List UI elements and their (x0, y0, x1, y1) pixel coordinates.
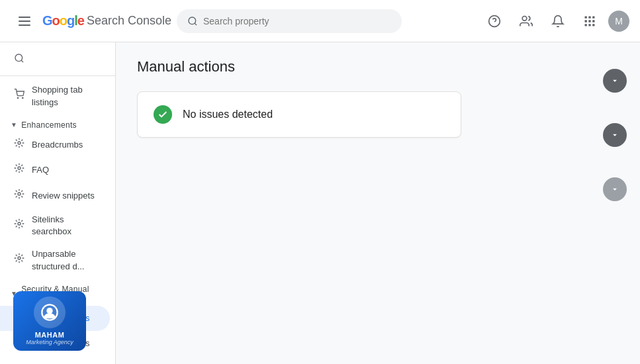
watermark-company: MAHAM (35, 331, 65, 339)
svg-point-17 (23, 98, 23, 99)
scroll-down-button-1[interactable] (603, 69, 627, 93)
sitelinks-label: Sitelinks searchbox (32, 214, 99, 238)
sidebar-item-shopping-tab[interactable]: Shopping tab listings (0, 79, 110, 113)
sidebar-item-sitelinks-searchbox[interactable]: Sitelinks searchbox (0, 208, 110, 243)
svg-rect-9 (588, 20, 590, 22)
shopping-tab-label: Shopping tab listings (32, 84, 99, 108)
svg-point-16 (17, 98, 18, 99)
help-icon (488, 15, 501, 28)
svg-point-18 (18, 142, 21, 144)
svg-line-1 (195, 23, 197, 25)
svg-rect-6 (588, 16, 590, 18)
watermark-overlay: MAHAM Marketing Agency (13, 291, 86, 351)
hamburger-button[interactable] (11, 8, 37, 34)
svg-rect-12 (588, 24, 590, 26)
svg-point-21 (18, 222, 21, 225)
sitelinks-icon (13, 218, 25, 233)
svg-point-14 (15, 54, 23, 62)
svg-rect-5 (585, 16, 587, 18)
people-button[interactable] (513, 8, 539, 34)
unparsable-label: Unparsable structured d... (32, 248, 99, 272)
review-snippets-icon (13, 189, 25, 203)
check-circle-icon (154, 105, 172, 124)
svg-point-0 (189, 17, 196, 24)
faq-label: FAQ (32, 164, 99, 176)
app-title: Search Console (87, 14, 171, 28)
search-input[interactable] (203, 16, 391, 26)
main-layout: Shopping tab listings ▼ Enhancements Bre… (0, 42, 640, 364)
svg-rect-8 (585, 20, 587, 22)
scroll-down-button-2[interactable] (603, 123, 627, 147)
unparsable-icon (13, 253, 25, 267)
avatar[interactable]: M (608, 11, 629, 32)
help-button[interactable] (481, 8, 508, 34)
scroll-buttons (603, 69, 627, 201)
enhancements-section-header[interactable]: ▼ Enhancements (0, 114, 115, 132)
breadcrumbs-icon (13, 138, 25, 152)
page-title: Manual actions (137, 58, 619, 75)
header: Google Search Console (0, 0, 640, 42)
svg-point-19 (18, 167, 21, 169)
shopping-icon (13, 89, 25, 103)
review-snippets-label: Review snippets (32, 190, 99, 202)
svg-line-15 (21, 60, 23, 62)
no-issues-card: No issues detected (137, 91, 461, 138)
enhancements-collapse-icon: ▼ (11, 121, 17, 128)
watermark-tagline: Marketing Agency (26, 339, 73, 345)
scroll-down-button-3[interactable] (603, 177, 627, 201)
people-icon (520, 15, 533, 28)
search-console-icon (13, 53, 25, 68)
breadcrumbs-label: Breadcrumbs (32, 139, 99, 151)
hamburger-icon (16, 13, 32, 29)
svg-point-27 (46, 308, 52, 314)
sidebar-item-links[interactable]: Links (0, 359, 110, 364)
faq-icon (13, 163, 25, 177)
sidebar-item-unparsable[interactable]: Unparsable structured d... (0, 243, 110, 277)
watermark-logo (34, 296, 66, 328)
google-logo: Google (42, 13, 84, 28)
sidebar-item-review-snippets[interactable]: Review snippets (0, 183, 110, 208)
svg-point-20 (18, 193, 21, 195)
notifications-button[interactable] (545, 8, 571, 34)
sidebar-item-search-console[interactable] (0, 48, 110, 73)
apps-icon (583, 15, 596, 28)
svg-point-4 (522, 16, 527, 21)
logo-area: Google Search Console (42, 13, 171, 28)
svg-rect-7 (592, 16, 594, 18)
bell-icon (551, 15, 565, 28)
header-right: M (481, 8, 629, 34)
no-issues-text: No issues detected (183, 109, 273, 120)
sidebar-item-faq[interactable]: FAQ (0, 158, 110, 183)
svg-rect-10 (592, 20, 594, 22)
apps-button[interactable] (576, 8, 603, 34)
header-left: Google Search Console (11, 8, 481, 34)
content-area: Manual actions No issues detected (116, 42, 640, 364)
svg-rect-13 (592, 24, 594, 26)
enhancements-label: Enhancements (21, 120, 77, 130)
header-search-bar[interactable] (177, 9, 402, 33)
svg-rect-11 (585, 24, 587, 26)
sidebar-item-breadcrumbs[interactable]: Breadcrumbs (0, 132, 110, 158)
search-icon (187, 16, 198, 26)
svg-point-22 (18, 257, 21, 259)
